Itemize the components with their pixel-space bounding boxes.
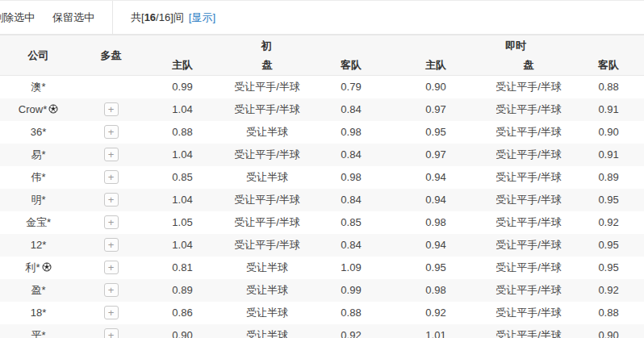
multi-cell: +: [77, 98, 145, 121]
company-name: 伟*: [31, 171, 45, 183]
initial-home-odds: 1.04: [145, 189, 220, 211]
initial-home-odds: 1.04: [145, 144, 220, 166]
initial-handicap: 受让平手/半球: [220, 189, 315, 211]
multi-cell: +: [77, 234, 145, 257]
company-name: 金宝*: [26, 216, 51, 228]
live-handicap: 受让平手/半球: [484, 257, 573, 279]
multi-cell: +: [77, 211, 145, 234]
soccer-ball-icon: [48, 104, 58, 116]
company-name: 利*: [25, 261, 40, 273]
odds-comparison-page: 删除选中 保留选中 共[16/16]间 [显示] 公司 多盘 初 即时 主队 盘…: [0, 0, 644, 338]
live-away-odds: 0.91: [573, 144, 644, 166]
expand-odds-button[interactable]: +: [104, 170, 119, 184]
expand-odds-button[interactable]: +: [104, 283, 119, 297]
header-initial-away: 客队: [315, 56, 387, 76]
company-count: 共[16/16]间: [131, 10, 184, 25]
company-name: 明*: [31, 194, 45, 206]
company-name: 12*: [31, 239, 47, 251]
initial-away-odds: 0.79: [315, 76, 387, 98]
initial-away-odds: 0.84: [315, 98, 387, 121]
multi-cell: +: [77, 166, 145, 189]
initial-home-odds: 0.89: [145, 279, 220, 302]
delete-selected-button[interactable]: 删除选中: [0, 10, 35, 25]
live-home-odds: 0.94: [387, 189, 484, 211]
initial-away-odds: 0.84: [315, 189, 387, 211]
company-cell: 平*: [0, 324, 77, 338]
live-home-odds: 0.95: [387, 257, 484, 279]
initial-home-odds: 0.90: [145, 324, 220, 338]
soccer-ball-icon: [42, 262, 52, 274]
table-header: 公司 多盘 初 即时 主队 盘 客队 主队 盘 客队: [0, 35, 644, 76]
expand-odds-button[interactable]: +: [104, 261, 119, 274]
initial-handicap: 受让平手/半球: [220, 144, 315, 166]
live-away-odds: 0.88: [573, 302, 644, 324]
expand-odds-button[interactable]: +: [104, 306, 119, 319]
multi-cell: +: [77, 257, 145, 279]
company-name: 平*: [31, 329, 45, 338]
company-name: 36*: [31, 126, 47, 138]
header-initial-group: 初: [145, 35, 387, 56]
multi-cell: +: [77, 302, 145, 324]
multi-cell: +: [77, 324, 145, 338]
initial-away-odds: 0.99: [315, 279, 387, 302]
initial-away-odds: 0.84: [315, 234, 387, 257]
multi-cell: +: [77, 189, 145, 211]
initial-away-odds: 0.84: [315, 144, 387, 166]
company-cell: 明*: [0, 189, 77, 211]
initial-away-odds: 0.98: [315, 166, 387, 189]
live-away-odds: 0.91: [573, 98, 644, 121]
initial-handicap: 受让半球: [220, 121, 315, 144]
multi-cell: +: [77, 144, 145, 166]
expand-odds-button[interactable]: +: [104, 238, 119, 252]
table-row: 平* + 0.90 受让半球 0.92 1.01 受让平手/半球 0.90: [0, 324, 644, 338]
company-cell: 易*: [0, 144, 77, 166]
company-cell: 澳*: [0, 76, 77, 98]
initial-away-odds: 0.88: [315, 302, 387, 324]
live-away-odds: 0.92: [573, 279, 644, 302]
multi-cell: +: [77, 76, 145, 98]
table-body: 澳* + 0.99 受让平手/半球 0.79 0.90 受让平手/半球 0.88…: [0, 76, 644, 338]
live-handicap: 受让平手/半球: [484, 166, 573, 189]
table-row: 澳* + 0.99 受让平手/半球 0.79 0.90 受让平手/半球 0.88: [0, 76, 644, 98]
initial-home-odds: 1.05: [145, 211, 220, 234]
expand-odds-button[interactable]: +: [104, 148, 119, 161]
company-name: Crow*: [19, 103, 47, 115]
expand-odds-button[interactable]: +: [104, 193, 119, 207]
company-cell: 18*: [0, 302, 77, 324]
header-live-group: 即时: [387, 35, 644, 56]
table-row: Crow* + 1.04 受让平手/半球 0.84 0.97 受让平手/半球 0…: [0, 98, 644, 121]
expand-odds-button[interactable]: +: [104, 102, 119, 116]
live-home-odds: 1.01: [387, 324, 484, 338]
count-suffix: /16]间: [156, 11, 184, 23]
expand-odds-button[interactable]: +: [104, 328, 119, 338]
initial-away-odds: 0.85: [315, 211, 387, 234]
live-handicap: 受让平手/半球: [484, 189, 573, 211]
live-home-odds: 0.98: [387, 211, 484, 234]
count-prefix: 共[: [131, 11, 144, 23]
company-cell: 12*: [0, 234, 77, 257]
company-name: 18*: [31, 307, 47, 319]
company-cell: 利*: [0, 257, 77, 279]
live-away-odds: 0.88: [573, 76, 644, 98]
company-cell: 36*: [0, 121, 77, 144]
expand-odds-button[interactable]: +: [104, 215, 119, 229]
table-row: 36* + 0.88 受让半球 0.98 0.95 受让平手/半球 0.90: [0, 121, 644, 144]
expand-odds-button[interactable]: +: [104, 125, 119, 139]
initial-home-odds: 0.88: [145, 121, 220, 144]
live-handicap: 受让平手/半球: [484, 98, 573, 121]
header-initial-handicap: 盘: [220, 56, 315, 76]
keep-selected-button[interactable]: 保留选中: [52, 10, 94, 25]
live-home-odds: 0.97: [387, 98, 484, 121]
header-live-home: 主队: [387, 56, 484, 76]
initial-home-odds: 1.04: [145, 234, 220, 257]
live-away-odds: 0.89: [573, 166, 644, 189]
live-away-odds: 0.90: [573, 324, 644, 338]
initial-home-odds: 0.85: [145, 166, 220, 189]
table-row: 盈* + 0.89 受让半球 0.99 0.98 受让平手/半球 0.92: [0, 279, 644, 302]
company-cell: 伟*: [0, 166, 77, 189]
show-link[interactable]: [显示]: [189, 10, 215, 25]
initial-handicap: 受让半球: [220, 279, 315, 302]
initial-home-odds: 1.04: [145, 98, 220, 121]
live-handicap: 受让平手/半球: [484, 302, 573, 324]
initial-home-odds: 0.99: [145, 76, 220, 98]
